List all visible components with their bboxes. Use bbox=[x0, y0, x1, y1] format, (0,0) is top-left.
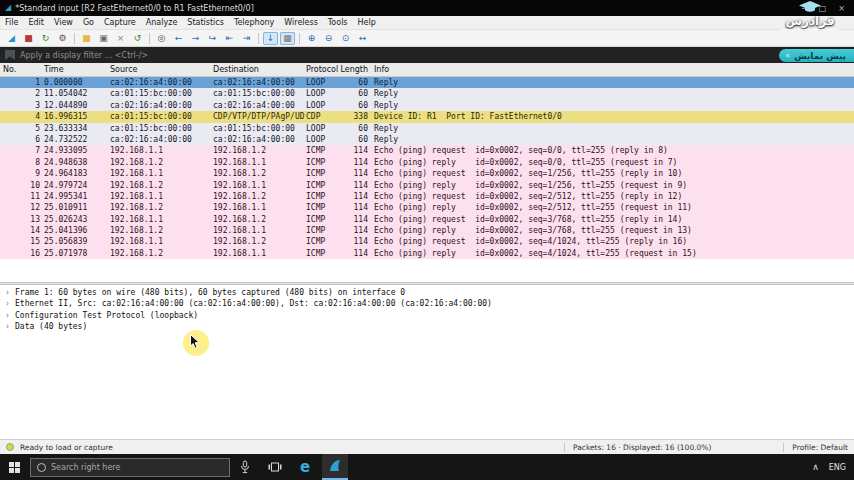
first-packet-icon[interactable]: ⇤ bbox=[222, 32, 237, 45]
expander-icon[interactable]: › bbox=[0, 321, 15, 332]
menu-view[interactable]: View bbox=[49, 18, 78, 27]
zoom-out-icon[interactable]: ⊖ bbox=[321, 32, 336, 45]
restart-capture-icon[interactable]: ↻ bbox=[38, 32, 53, 45]
packet-row-5[interactable]: 523.633334ca:01:15:bc:00:00ca:01:15:bc:0… bbox=[0, 123, 854, 134]
detail-line[interactable]: ›Configuration Test Protocol (loopback) bbox=[0, 310, 854, 321]
cell-no: 14 bbox=[2, 225, 40, 236]
tray-chevron-icon[interactable]: ∧ bbox=[812, 462, 819, 472]
menu-go[interactable]: Go bbox=[78, 18, 99, 27]
packet-row-4[interactable]: 416.996315ca:01:15:bc:00:00CDP/VTP/DTP/P… bbox=[0, 111, 854, 122]
menu-edit[interactable]: Edit bbox=[23, 18, 49, 27]
cell-proto: LOOP bbox=[306, 100, 338, 111]
menu-capture[interactable]: Capture bbox=[99, 18, 141, 27]
packet-row-9[interactable]: 924.964183192.168.1.1192.168.1.2ICMP114E… bbox=[0, 168, 854, 179]
packet-row-16[interactable]: 1625.071978192.168.1.2192.168.1.1ICMP114… bbox=[0, 248, 854, 259]
expert-info-icon[interactable] bbox=[6, 443, 14, 451]
menu-statistics[interactable]: Statistics bbox=[182, 18, 229, 27]
language-indicator[interactable]: ENG bbox=[829, 463, 846, 472]
filter-input[interactable]: Apply a display filter ... <Ctrl-/> bbox=[20, 51, 148, 60]
cell-len: 114 bbox=[336, 168, 368, 179]
column-header-no[interactable]: No. bbox=[3, 63, 41, 76]
status-profile[interactable]: Profile: Default bbox=[783, 443, 848, 452]
cell-len: 114 bbox=[336, 157, 368, 168]
packet-row-1[interactable]: 10.000000ca:02:16:a4:00:00ca:02:16:a4:00… bbox=[0, 77, 854, 88]
start-capture-icon[interactable]: ◢ bbox=[4, 32, 19, 45]
column-header-destination[interactable]: Destination bbox=[213, 63, 305, 76]
microphone-button[interactable] bbox=[232, 454, 258, 480]
menu-file[interactable]: File bbox=[0, 18, 23, 27]
cell-len: 60 bbox=[336, 123, 368, 134]
browser-app-button[interactable]: e bbox=[292, 454, 318, 480]
resize-columns-icon[interactable]: ↔ bbox=[355, 32, 370, 45]
menu-help[interactable]: Help bbox=[353, 18, 381, 27]
cell-time: 16.996315 bbox=[44, 111, 108, 122]
cell-dst: ca:01:15:bc:00:00 bbox=[213, 123, 305, 134]
zoom-in-icon[interactable]: ⊕ bbox=[304, 32, 319, 45]
cell-proto: ICMP bbox=[306, 214, 338, 225]
packet-details-pane: ›Frame 1: 60 bytes on wire (480 bits), 6… bbox=[0, 287, 854, 332]
packet-row-13[interactable]: 1325.026243192.168.1.1192.168.1.2ICMP114… bbox=[0, 214, 854, 225]
expander-icon[interactable]: › bbox=[0, 310, 15, 321]
menu-analyze[interactable]: Analyze bbox=[141, 18, 183, 27]
taskbar-search-input[interactable]: Search right here bbox=[30, 458, 230, 477]
column-header-length[interactable]: Length bbox=[336, 63, 368, 76]
packet-row-15[interactable]: 1525.056839192.168.1.1192.168.1.2ICMP114… bbox=[0, 236, 854, 247]
column-header-info[interactable]: Info bbox=[374, 63, 852, 76]
column-header-time[interactable]: Time bbox=[44, 63, 108, 76]
cell-src: 192.168.1.1 bbox=[110, 191, 210, 202]
menu-telephony[interactable]: Telephony bbox=[229, 18, 279, 27]
expander-icon[interactable]: › bbox=[0, 287, 15, 298]
last-packet-icon[interactable]: ⇥ bbox=[239, 32, 254, 45]
colorize-icon[interactable]: ▦ bbox=[280, 32, 295, 45]
packet-row-11[interactable]: 1124.995341192.168.1.1192.168.1.2ICMP114… bbox=[0, 191, 854, 202]
task-view-icon bbox=[268, 461, 282, 473]
cell-dst: 192.168.1.1 bbox=[213, 248, 305, 259]
packet-row-8[interactable]: 824.948638192.168.1.2192.168.1.1ICMP114E… bbox=[0, 157, 854, 168]
reload-file-icon[interactable]: ↺ bbox=[130, 32, 145, 45]
cell-info: Reply bbox=[374, 100, 852, 111]
cell-no: 16 bbox=[2, 248, 40, 259]
toolbar-separator bbox=[149, 33, 150, 44]
cell-time: 25.041396 bbox=[44, 225, 108, 236]
menu-wireless[interactable]: Wireless bbox=[279, 18, 322, 27]
cell-len: 60 bbox=[336, 134, 368, 145]
zoom-reset-icon[interactable]: ⊙ bbox=[338, 32, 353, 45]
detail-line[interactable]: ›Ethernet II, Src: ca:02:16:a4:00:00 (ca… bbox=[0, 298, 854, 309]
stop-capture-icon[interactable]: ■ bbox=[21, 32, 36, 45]
goto-packet-icon[interactable]: ↪ bbox=[205, 32, 220, 45]
detail-line[interactable]: ›Data (40 bytes) bbox=[0, 321, 854, 332]
preview-badge-label: پیش نمایش bbox=[794, 51, 846, 61]
find-packet-icon[interactable]: ◎ bbox=[154, 32, 169, 45]
column-header-source[interactable]: Source bbox=[110, 63, 210, 76]
filter-bookmark-icon[interactable] bbox=[5, 50, 15, 60]
column-header-protocol[interactable]: Protocol bbox=[306, 63, 338, 76]
packet-row-2[interactable]: 211.054042ca:01:15:bc:00:00ca:01:15:bc:0… bbox=[0, 88, 854, 99]
menu-tools[interactable]: Tools bbox=[323, 18, 353, 27]
cell-info: Echo (ping) reply id=0x0002, seq=2/512, … bbox=[374, 202, 852, 213]
back-icon[interactable]: ← bbox=[171, 32, 186, 45]
display-filter-bar[interactable]: Apply a display filter ... <Ctrl-/> bbox=[0, 47, 854, 63]
cell-info: Reply bbox=[374, 123, 852, 134]
wireshark-taskbar-button[interactable] bbox=[322, 454, 348, 480]
save-file-icon[interactable]: ▣ bbox=[96, 32, 111, 45]
close-file-icon[interactable]: × bbox=[113, 32, 128, 45]
task-view-button[interactable] bbox=[262, 454, 288, 480]
packet-row-12[interactable]: 1225.010911192.168.1.2192.168.1.1ICMP114… bbox=[0, 202, 854, 213]
expander-icon[interactable]: › bbox=[0, 298, 15, 309]
packet-row-7[interactable]: 724.933095192.168.1.1192.168.1.2ICMP114E… bbox=[0, 145, 854, 156]
forward-icon[interactable]: → bbox=[188, 32, 203, 45]
cell-len: 114 bbox=[336, 202, 368, 213]
packet-row-6[interactable]: 624.732522ca:02:16:a4:00:00ca:02:16:a4:0… bbox=[0, 134, 854, 145]
packet-row-10[interactable]: 1024.979724192.168.1.2192.168.1.1ICMP114… bbox=[0, 180, 854, 191]
packet-row-3[interactable]: 312.044890ca:02:16:a4:00:00ca:02:16:a4:0… bbox=[0, 100, 854, 111]
detail-line[interactable]: ›Frame 1: 60 bytes on wire (480 bits), 6… bbox=[0, 287, 854, 298]
capture-options-icon[interactable]: ⚙ bbox=[55, 32, 70, 45]
main-toolbar: ◢■↻⚙■▣×↺◎←→↪⇤⇥↓▦⊕⊖⊙↔ bbox=[0, 30, 854, 47]
pane-splitter[interactable] bbox=[0, 282, 854, 285]
packet-row-14[interactable]: 1425.041396192.168.1.2192.168.1.1ICMP114… bbox=[0, 225, 854, 236]
auto-scroll-icon[interactable]: ↓ bbox=[263, 32, 278, 45]
open-file-icon[interactable]: ■ bbox=[79, 32, 94, 45]
cell-time: 24.948638 bbox=[44, 157, 108, 168]
start-button[interactable] bbox=[0, 454, 28, 480]
cell-info: Device ID: R1 Port ID: FastEthernet0/0 bbox=[374, 111, 852, 122]
